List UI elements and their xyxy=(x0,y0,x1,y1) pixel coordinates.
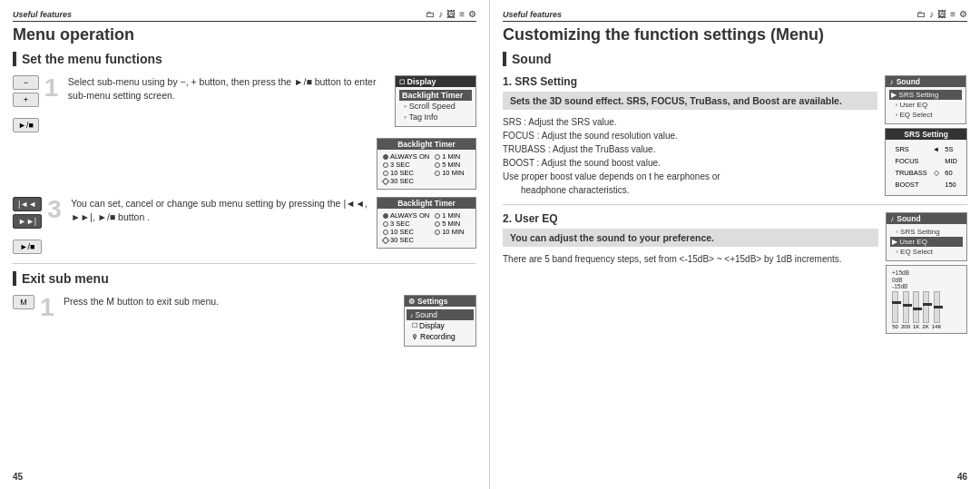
right-header: Useful features 🗀 ♪ 🖼 ≡ ⚙ xyxy=(503,9,967,22)
right-page: Useful features 🗀 ♪ 🖼 ≡ ⚙ Customizing th… xyxy=(490,0,980,489)
user-eq-bold-label: You can adjust the sound to your prefere… xyxy=(510,232,714,243)
m-button[interactable]: M xyxy=(13,295,34,309)
eq-band-3: 1K xyxy=(913,291,919,329)
exit-step-number: 1 xyxy=(40,295,58,320)
exit-step-row: M 1 Press the M button to exit sub menu.… xyxy=(13,295,476,347)
display-menu-item: ☐ Display xyxy=(410,320,470,331)
step3-content: You can set, cancel or change sub menu s… xyxy=(71,197,371,223)
image-icon: 🖼 xyxy=(446,9,456,19)
list-icon: ≡ xyxy=(459,9,465,19)
user-eq-num: 2. User EQ xyxy=(503,212,878,225)
folder-icon-r: 🗀 xyxy=(916,9,926,19)
user-eq-active-item: ▶ User EQ xyxy=(890,237,963,247)
right-page-number: 46 xyxy=(957,472,967,482)
recording-menu-item: 🎙 Recording xyxy=(410,331,470,342)
useful-features-label-right: Useful features xyxy=(503,10,562,19)
step3-row: |◄◄ ►►| ►/■ 3 You can set, cancel or cha… xyxy=(13,197,476,254)
user-eq-content: 2. User EQ You can adjust the sound to y… xyxy=(503,212,878,334)
left-header: Useful features 🗀 ♪ 🖼 ≡ ⚙ xyxy=(13,9,476,22)
timer-title-2: Backlight Timer xyxy=(377,198,475,209)
section2-title: Exit sub menu xyxy=(13,271,476,286)
menu-display-label: ☐ Display xyxy=(396,76,475,87)
tag-item: ◦ Tag Info xyxy=(401,112,470,122)
user-eq-section: 2. User EQ You can adjust the sound to y… xyxy=(503,212,967,334)
srs-bold-label: Sets the 3D sound effect. SRS, FOCUS, Tr… xyxy=(510,95,842,106)
header-icons-left: 🗀 ♪ 🖼 ≡ ⚙ xyxy=(426,9,476,19)
srs-section: 1. SRS Setting Sets the 3D sound effect.… xyxy=(503,75,967,197)
srs-content: 1. SRS Setting Sets the 3D sound effect.… xyxy=(503,75,877,197)
gear-icon-r: ⚙ xyxy=(959,9,967,19)
prev-button[interactable]: |◄◄ xyxy=(13,197,42,211)
srs-setting-title: SRS Setting xyxy=(886,129,966,140)
right-page-title: Customizing the function settings (Menu) xyxy=(503,25,967,44)
user-eq-body: There are 5 band frequency steps, set fr… xyxy=(503,252,878,266)
srs-num: 1. SRS Setting xyxy=(503,75,877,88)
user-eq-menu-item: ◦ User EQ xyxy=(891,100,960,110)
play-button[interactable]: ►/■ xyxy=(13,118,39,132)
list-icon-r: ≡ xyxy=(950,9,956,19)
settings-title: ⚙ Settings xyxy=(405,296,475,307)
sound-diagram-title: ♪ Sound xyxy=(886,76,965,87)
minus-button[interactable]: − xyxy=(13,75,39,90)
timer-diagram-1: Backlight Timer ALWAYS ON 3 SEC 10 SEC 3… xyxy=(13,138,476,190)
eq-band-1: 50 xyxy=(892,291,898,329)
settings-menu-diagram: ⚙ Settings ♪ Sound ☐ Display 🎙 Recording xyxy=(404,295,476,347)
eq-bands-diagram: +15dB 0dB -15dB 50 xyxy=(886,265,967,334)
music-icon-r: ♪ xyxy=(929,9,934,19)
step1-number: 1 xyxy=(44,75,63,101)
eq-sliders-row: 50 200 1K xyxy=(892,291,961,329)
user-eq-diagram-title: ♪ Sound xyxy=(887,213,966,224)
radio-1min xyxy=(435,154,440,160)
user-eq-diagrams: ♪ Sound ◦ SRS Setting ▶ User EQ ◦ EQ Sel… xyxy=(886,212,967,334)
step1-content: Select sub-menu using by −, + button, th… xyxy=(68,75,389,102)
step1-buttons: − + ►/■ xyxy=(13,75,39,132)
user-eq-subtitle-box: You can adjust the sound to your prefere… xyxy=(503,229,878,247)
play-pause-button[interactable]: ►/■ xyxy=(13,240,42,254)
step1-row: − + ►/■ 1 Select sub-menu using by −, + … xyxy=(13,75,476,132)
eq-band-4: 2K xyxy=(922,291,928,329)
gear-icon: ⚙ xyxy=(468,9,476,19)
radio-10sec xyxy=(383,171,388,176)
menu-diagram: ☐ Display Backlight Timer ◦ Scroll Speed… xyxy=(395,75,476,127)
image-icon-r: 🖼 xyxy=(937,9,946,19)
user-eq-menu-diagram: ♪ Sound ◦ SRS Setting ▶ User EQ ◦ EQ Sel… xyxy=(886,212,967,261)
left-page: Useful features 🗀 ♪ 🖼 ≡ ⚙ Menu operation… xyxy=(0,0,490,489)
eq-band-2: 200 xyxy=(901,291,910,329)
right-section-divider xyxy=(503,204,967,205)
timer-diagram-2: Backlight Timer ALWAYS ON 3 SEC 10 SEC 3… xyxy=(377,197,476,249)
eq-select-menu-item: ◦ EQ Select xyxy=(891,110,960,120)
timer-title-1: Backlight Timer xyxy=(377,139,475,150)
left-page-title: Menu operation xyxy=(13,25,476,44)
left-page-number: 45 xyxy=(13,472,23,482)
scroll-item: ◦ Scroll Speed xyxy=(401,101,470,112)
useful-features-label-left: Useful features xyxy=(13,10,72,19)
sound-section-title: Sound xyxy=(503,52,967,66)
header-icons-right: 🗀 ♪ 🖼 ≡ ⚙ xyxy=(916,9,967,19)
srs-setting-box: SRS Setting SRS ◄ 5S FOCUS MID TRUBASS xyxy=(885,128,967,196)
radio-always xyxy=(383,154,388,160)
sound-menu-diagram: ♪ Sound ▶ SRS Setting ◦ User EQ ◦ EQ Sel… xyxy=(885,75,966,124)
timer-options-1: ALWAYS ON 3 SEC 10 SEC 30 SEC 1 MIN 5 MI… xyxy=(383,152,470,185)
music-icon: ♪ xyxy=(438,9,443,19)
radio-10min xyxy=(435,171,440,176)
section-divider xyxy=(13,263,476,264)
srs-menu-item: ▶ SRS Setting xyxy=(889,90,962,100)
srs-body: SRS : Adjust the SRS value. FOCUS : Adju… xyxy=(503,115,877,197)
next-button[interactable]: ►►| xyxy=(13,214,42,229)
exit-step-content: Press the M button to exit sub menu. xyxy=(64,295,398,308)
diamond-30sec xyxy=(382,177,389,184)
step3-number: 3 xyxy=(47,197,65,222)
eq-select-item: ◦ EQ Select xyxy=(892,247,961,257)
srs-values-table: SRS ◄ 5S FOCUS MID TRUBASS ◇ 60 xyxy=(891,142,961,191)
timer-options-2: ALWAYS ON 3 SEC 10 SEC 30 SEC 1 MIN 5 MI… xyxy=(383,211,470,244)
srs-diagrams: ♪ Sound ▶ SRS Setting ◦ User EQ ◦ EQ Sel… xyxy=(885,75,967,197)
exit-buttons: M xyxy=(13,295,34,309)
section1-title: Set the menu functions xyxy=(13,52,476,66)
plus-button[interactable]: + xyxy=(13,93,39,107)
srs-subtitle-box: Sets the 3D sound effect. SRS, FOCUS, Tr… xyxy=(503,92,877,110)
srs-item-eq: ◦ SRS Setting xyxy=(892,227,961,237)
backlight-item: Backlight Timer xyxy=(399,90,472,101)
sound-menu-item: ♪ Sound xyxy=(407,309,474,320)
folder-icon: 🗀 xyxy=(426,9,435,19)
radio-3sec xyxy=(383,162,388,168)
